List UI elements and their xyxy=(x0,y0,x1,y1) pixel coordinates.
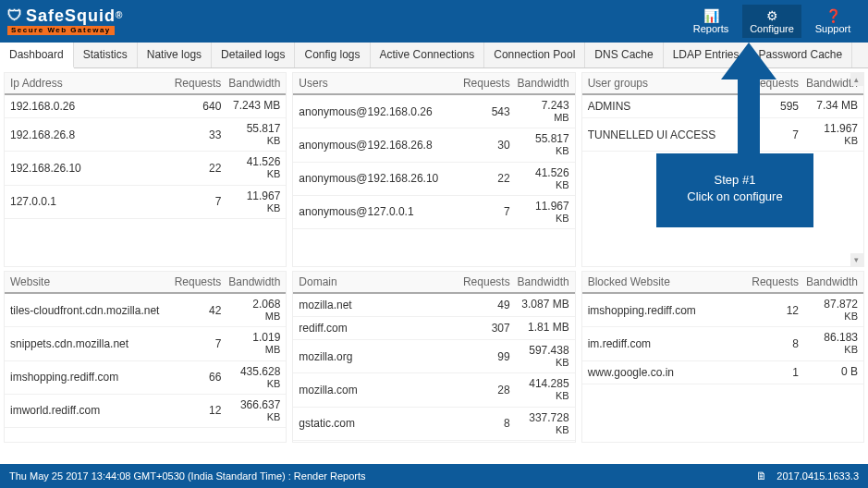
gear-icon: ⚙ xyxy=(742,8,801,23)
col-ip: Ip Address xyxy=(10,77,162,90)
configure-label: Configure xyxy=(750,23,794,34)
col-bandwidth: Bandwidth xyxy=(799,275,858,288)
col-user-groups: User groups xyxy=(588,77,740,90)
status-bar: Thu May 25 2017 13:44:08 GMT+0530 (India… xyxy=(0,464,868,488)
scroll-down-icon[interactable]: ▾ xyxy=(850,253,863,266)
col-requests: Requests xyxy=(740,275,799,288)
table-row[interactable]: rediff.com3071.81 MB xyxy=(293,317,574,340)
table-row[interactable]: anonymous@127.0.0.1711.967KB xyxy=(293,196,574,229)
tab-statistics[interactable]: Statistics xyxy=(74,43,138,67)
ip-rows[interactable]: 192.168.0.266407.243 MB 192.168.26.83355… xyxy=(5,95,286,266)
table-row[interactable]: 127.0.0.1711.967KB xyxy=(5,186,286,219)
table-row[interactable]: imshopping.rediff.com1287.872KB xyxy=(582,294,863,327)
brand-logo: 🛡 SafeSquid ® Secure Web Gateway xyxy=(7,7,123,35)
col-requests: Requests xyxy=(740,77,799,90)
table-row[interactable]: www.google.co.in10 B xyxy=(582,361,863,384)
table-row[interactable]: 192.168.26.83355.817KB xyxy=(5,118,286,152)
table-row[interactable]: gstatic.com8337.728KB xyxy=(293,408,574,441)
col-bandwidth: Bandwidth xyxy=(510,77,569,90)
support-label: Support xyxy=(815,23,851,34)
col-requests: Requests xyxy=(451,275,510,288)
panel-user-groups: User groups Requests Bandwidth ADMINS595… xyxy=(581,72,864,267)
col-bandwidth: Bandwidth xyxy=(221,275,280,288)
support-button[interactable]: ❓ Support xyxy=(803,5,862,38)
col-requests: Requests xyxy=(162,275,221,288)
panel-website: Website Requests Bandwidth tiles-cloudfr… xyxy=(4,271,287,443)
tab-config-logs[interactable]: Config logs xyxy=(295,43,370,67)
table-row[interactable]: tiles-cloudfront.cdn.mozilla.net422.068M… xyxy=(5,294,286,327)
col-domain: Domain xyxy=(299,275,450,288)
top-nav: 📊 Reports ⚙ Configure ❓ Support xyxy=(681,5,862,38)
users-rows[interactable]: anonymous@192.168.0.265437.243MB anonymo… xyxy=(293,95,574,266)
bottom-panels: Website Requests Bandwidth tiles-cloudfr… xyxy=(0,267,868,443)
tab-connection-pool[interactable]: Connection Pool xyxy=(484,43,585,67)
help-icon: ❓ xyxy=(803,8,862,23)
table-row[interactable]: mozilla.org99597.438KB xyxy=(293,340,574,373)
col-users: Users xyxy=(299,77,450,90)
col-requests: Requests xyxy=(451,77,510,90)
reports-button[interactable]: 📊 Reports xyxy=(681,5,740,38)
scroll-up-icon[interactable]: ▴ xyxy=(850,73,863,86)
col-bandwidth: Bandwidth xyxy=(510,275,569,288)
tab-detailed-logs[interactable]: Detailed logs xyxy=(212,43,295,67)
tab-bar: Dashboard Statistics Native logs Detaile… xyxy=(0,43,868,68)
tab-password-cache[interactable]: Password Cache xyxy=(750,43,853,67)
chart-icon: 📊 xyxy=(681,8,740,23)
col-blocked: Blocked Website xyxy=(588,275,740,288)
table-row[interactable]: snippets.cdn.mozilla.net71.019MB xyxy=(5,327,286,360)
col-website: Website xyxy=(10,275,162,288)
version-text: 2017.0415.1633.3 xyxy=(776,470,859,482)
table-row[interactable]: anonymous@192.168.0.265437.243MB xyxy=(293,95,574,128)
document-icon[interactable]: 🗎 xyxy=(756,470,767,482)
panel-users: Users Requests Bandwidth anonymous@192.1… xyxy=(292,72,575,267)
table-row[interactable]: anonymous@192.168.26.83055.817KB xyxy=(293,128,574,162)
configure-button[interactable]: ⚙ Configure xyxy=(742,5,801,38)
table-row[interactable]: im.rediff.com886.183KB xyxy=(582,327,863,360)
brand-reg: ® xyxy=(116,11,123,20)
blocked-rows[interactable]: imshopping.rediff.com1287.872KB im.redif… xyxy=(582,294,863,442)
tab-active-connections[interactable]: Active Connections xyxy=(371,43,485,67)
panel-domain: Domain Requests Bandwidth mozilla.net493… xyxy=(292,271,575,443)
website-rows[interactable]: tiles-cloudfront.cdn.mozilla.net422.068M… xyxy=(5,294,286,442)
table-row[interactable]: anonymous@192.168.26.102241.526KB xyxy=(293,163,574,196)
col-requests: Requests xyxy=(162,77,221,90)
table-row[interactable]: imshopping.rediff.com66435.628KB xyxy=(5,361,286,395)
brand-name: SafeSquid xyxy=(26,7,116,24)
reports-label: Reports xyxy=(693,23,729,34)
table-row[interactable]: 192.168.0.266407.243 MB xyxy=(5,95,286,118)
brand-tagline: Secure Web Gateway xyxy=(7,26,115,35)
table-row[interactable]: ADMINS5957.34 MB xyxy=(582,95,863,118)
tab-dns-cache[interactable]: DNS Cache xyxy=(585,43,663,67)
table-row[interactable]: mozilla.net493.087 MB xyxy=(293,294,574,317)
table-row[interactable]: 192.168.26.102241.526KB xyxy=(5,152,286,185)
shield-icon: 🛡 xyxy=(7,8,23,23)
tab-ldap-entries[interactable]: LDAP Entries xyxy=(664,43,750,67)
table-row[interactable]: TUNNELLED UI ACCESS711.967KB xyxy=(582,118,863,152)
panel-ip-address: Ip Address Requests Bandwidth 192.168.0.… xyxy=(4,72,287,267)
panel-blocked-website: Blocked Website Requests Bandwidth imsho… xyxy=(581,271,864,443)
table-row[interactable]: mozilla.com28414.285KB xyxy=(293,373,574,407)
domain-rows[interactable]: mozilla.net493.087 MB rediff.com3071.81 … xyxy=(293,294,574,442)
top-panels: Ip Address Requests Bandwidth 192.168.0.… xyxy=(0,68,868,267)
tab-native-logs[interactable]: Native logs xyxy=(138,43,212,67)
col-bandwidth: Bandwidth xyxy=(221,77,280,90)
app-header: 🛡 SafeSquid ® Secure Web Gateway 📊 Repor… xyxy=(0,0,868,43)
groups-rows[interactable]: ADMINS5957.34 MB TUNNELLED UI ACCESS711.… xyxy=(582,95,863,266)
status-text: Thu May 25 2017 13:44:08 GMT+0530 (India… xyxy=(9,470,366,482)
table-row[interactable]: imworld.rediff.com12366.637KB xyxy=(5,395,286,428)
col-bandwidth: Bandwidth xyxy=(799,77,858,90)
tab-dashboard[interactable]: Dashboard xyxy=(0,43,74,68)
